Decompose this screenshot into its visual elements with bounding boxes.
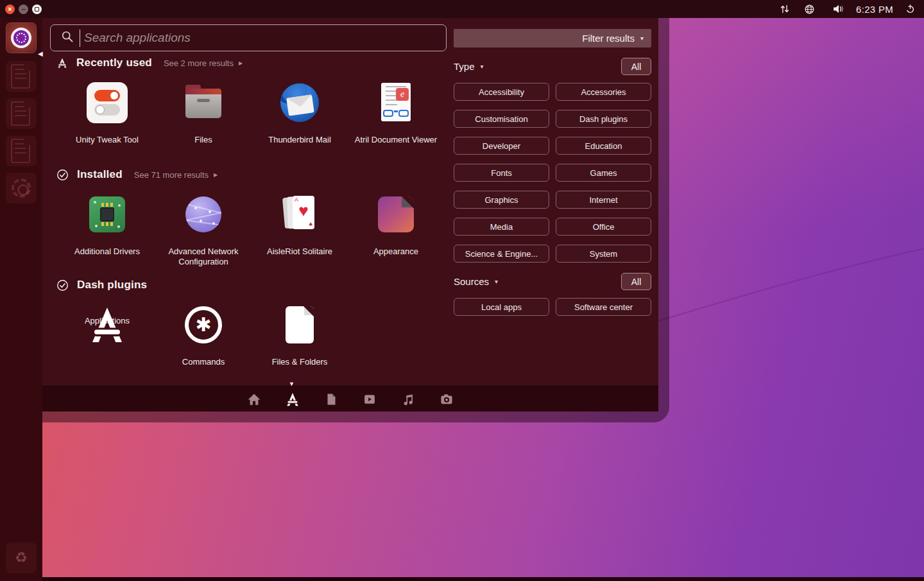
- section-header-installed: Installed See 71 more results ▶: [56, 168, 218, 181]
- thunderbird-icon: [279, 82, 320, 123]
- type-options-grid: Accessibility Accessories Customisation …: [454, 83, 651, 263]
- more-arrow-icon: ▶: [239, 60, 243, 66]
- app-tile-appearance[interactable]: Appearance: [348, 194, 444, 257]
- atril-document-icon: e: [375, 82, 416, 123]
- lens-photos-button[interactable]: [439, 392, 454, 407]
- sources-filter-header: Sources ▾ All: [454, 273, 651, 290]
- launcher-item-libreoffice-impress[interactable]: [6, 135, 37, 166]
- gear-icon: [12, 178, 31, 198]
- search-input[interactable]: [80, 25, 446, 51]
- ubuntu-dash-button[interactable]: [6, 22, 37, 53]
- sync-arrows-icon[interactable]: [778, 2, 792, 16]
- clock[interactable]: 6:23 PM: [856, 4, 893, 15]
- lens-applications-button[interactable]: [285, 392, 300, 407]
- apps-lens-icon: [56, 57, 68, 69]
- section-header-recently-used: Recently used See 2 more results ▶: [56, 56, 243, 69]
- lens-files-button[interactable]: [323, 392, 339, 407]
- app-label: Atril Document Viewer: [348, 135, 444, 145]
- sources-label: Sources: [454, 276, 489, 287]
- minimize-icon[interactable]: –: [19, 4, 28, 14]
- filter-option-science-engineering[interactable]: Science & Engine...: [454, 245, 549, 263]
- focused-app-arrow-icon: ◀: [38, 50, 43, 57]
- unity-launcher: ◀ ♻: [0, 18, 42, 581]
- type-label: Type: [454, 61, 475, 72]
- volume-icon[interactable]: [831, 2, 845, 16]
- top-panel: × – 6:23 PM: [0, 0, 924, 18]
- playing-cards-icon: A ♥ ♥: [279, 194, 320, 235]
- chevron-down-icon[interactable]: ▾: [495, 278, 498, 285]
- app-label: Commands: [155, 357, 252, 367]
- active-lens-indicator-icon: ▼: [289, 381, 295, 387]
- screen-bottom-edge: [0, 577, 924, 581]
- keyboard-globe-icon[interactable]: [803, 3, 816, 16]
- network-globe-icon: [183, 194, 224, 235]
- impress-presentation-icon: [11, 139, 30, 163]
- filter-option-graphics[interactable]: Graphics: [454, 191, 549, 209]
- sources-options-grid: Local apps Software center: [454, 298, 651, 316]
- app-tile-files[interactable]: Files: [155, 82, 252, 145]
- app-tile-files-folders-plugin[interactable]: Files & Folders: [252, 304, 348, 367]
- type-filter-header: Type ▾ All: [454, 58, 651, 75]
- app-label: Advanced Network Configuration: [155, 247, 252, 267]
- more-arrow-icon: ▶: [214, 172, 218, 178]
- chevron-down-icon: ▾: [640, 35, 644, 42]
- asterisk-circle-icon: ✱: [183, 304, 224, 345]
- app-tile-aisleriot-solitaire[interactable]: A ♥ ♥ AisleRiot Solitaire: [252, 194, 348, 257]
- section-title: Dash plugins: [77, 279, 147, 291]
- lens-music-button[interactable]: [400, 392, 416, 407]
- trash-recycle-icon: ♻: [6, 542, 37, 573]
- lens-home-button[interactable]: [246, 392, 262, 407]
- filter-option-system[interactable]: System: [556, 245, 651, 263]
- filter-option-office[interactable]: Office: [556, 218, 651, 236]
- section-header-dash-plugins: Dash plugins: [56, 279, 147, 291]
- search-bar: [50, 24, 447, 51]
- app-tile-commands-plugin[interactable]: ✱ Commands: [155, 304, 252, 367]
- see-more-link[interactable]: See 71 more results: [134, 170, 209, 180]
- launcher-item-libreoffice-writer[interactable]: [6, 61, 37, 92]
- lens-video-button[interactable]: [362, 392, 377, 407]
- filter-option-software-center[interactable]: Software center: [556, 298, 651, 316]
- see-more-link[interactable]: See 2 more results: [164, 58, 234, 68]
- app-tile-thunderbird[interactable]: Thunderbird Mail: [252, 82, 348, 145]
- app-tile-atril[interactable]: e Atril Document Viewer: [348, 82, 444, 145]
- sources-all-button[interactable]: All: [621, 273, 651, 290]
- filter-option-education[interactable]: Education: [556, 137, 651, 155]
- filter-option-dash-plugins[interactable]: Dash plugins: [556, 110, 651, 128]
- app-label: AisleRiot Solitaire: [252, 247, 348, 257]
- app-label: Additional Drivers: [59, 247, 155, 257]
- section-title: Recently used: [76, 56, 152, 69]
- check-circle-icon: [56, 169, 69, 181]
- launcher-item-system-settings[interactable]: [6, 173, 37, 204]
- filter-results-toggle[interactable]: Filter results ▾: [454, 29, 651, 48]
- section-title: Installed: [77, 168, 123, 181]
- app-label: Thunderbird Mail: [252, 135, 348, 145]
- app-label: Unity Tweak Tool: [59, 135, 155, 145]
- filter-option-accessories[interactable]: Accessories: [556, 83, 651, 101]
- lens-bar: ▼: [42, 386, 658, 412]
- filter-option-internet[interactable]: Internet: [556, 191, 651, 209]
- dash-overlay: Recently used See 2 more results ▶ Unity…: [42, 18, 669, 422]
- filter-option-media[interactable]: Media: [454, 218, 549, 236]
- app-tile-additional-drivers[interactable]: Additional Drivers: [59, 194, 155, 257]
- filter-option-local-apps[interactable]: Local apps: [454, 298, 549, 316]
- filter-option-fonts[interactable]: Fonts: [454, 164, 549, 182]
- power-icon[interactable]: [904, 3, 916, 15]
- filter-option-accessibility[interactable]: Accessibility: [454, 83, 549, 101]
- app-tile-unity-tweak-tool[interactable]: Unity Tweak Tool: [59, 82, 155, 145]
- app-tile-advanced-network-configuration[interactable]: Advanced Network Configuration: [155, 194, 252, 267]
- maximize-icon[interactable]: [32, 4, 42, 14]
- filter-option-customisation[interactable]: Customisation: [454, 110, 549, 128]
- indicator-area: 6:23 PM: [778, 2, 924, 16]
- chevron-down-icon[interactable]: ▾: [481, 63, 484, 70]
- type-all-button[interactable]: All: [621, 58, 651, 75]
- dash-content: Recently used See 2 more results ▶ Unity…: [42, 18, 658, 412]
- calc-spreadsheet-icon: [11, 101, 30, 126]
- launcher-item-libreoffice-calc[interactable]: [6, 98, 37, 129]
- filter-option-games[interactable]: Games: [556, 164, 651, 182]
- launcher-item-trash[interactable]: ♻: [6, 542, 37, 573]
- close-icon[interactable]: ×: [5, 4, 15, 14]
- filter-option-developer[interactable]: Developer: [454, 137, 549, 155]
- document-icon: [279, 304, 320, 345]
- appearance-gradient-icon: [375, 194, 416, 235]
- app-tile-applications-plugin[interactable]: Applications: [59, 304, 155, 326]
